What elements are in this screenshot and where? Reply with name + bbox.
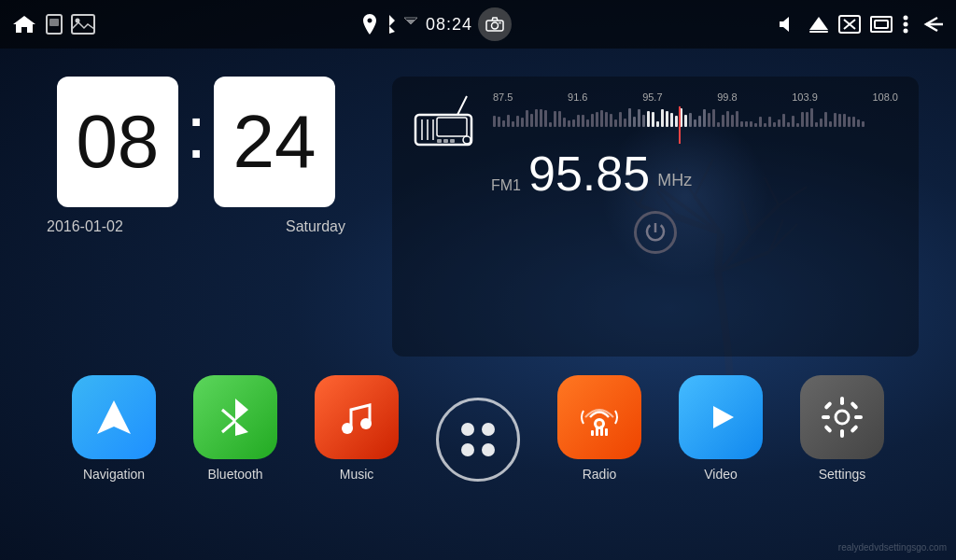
radio-tuner: 87.5 91.6 95.7 99.8 103.9 108.0 FM1 95.8… [491,91,900,198]
svg-rect-34 [600,426,603,436]
radio-widget: 87.5 91.6 95.7 99.8 103.9 108.0 FM1 95.8… [392,77,919,357]
svg-rect-11 [875,21,888,28]
svg-rect-2 [72,15,94,34]
network-icon[interactable] [401,15,420,34]
freq-lines [491,106,900,127]
freq-needle [679,106,681,144]
svg-line-21 [457,96,467,115]
svg-rect-32 [591,430,594,436]
svg-rect-43 [850,401,858,410]
svg-rect-40 [822,415,830,419]
freq-scale: 87.5 91.6 95.7 99.8 103.9 108.0 [491,91,900,103]
hours-block: 08 [57,77,178,207]
fm-band-label: FM1 [491,177,521,194]
svg-point-28 [342,423,353,434]
radio-label: Radio [583,467,617,482]
menu-icon[interactable] [902,14,909,35]
svg-line-26 [222,410,235,421]
scale-108: 108.0 [872,91,898,103]
svg-point-13 [903,22,907,27]
svg-marker-7 [809,17,828,30]
settings-label: Settings [819,467,866,482]
eject-icon[interactable] [808,14,829,35]
svg-point-14 [903,29,907,34]
location-icon[interactable] [362,14,377,35]
app-grid: Navigation Bluetooth Music [0,366,956,500]
dot-2 [482,423,495,436]
svg-rect-33 [596,427,598,436]
scale-87: 87.5 [493,91,513,103]
svg-point-12 [903,16,907,21]
bluetooth-status-icon[interactable] [383,14,396,35]
svg-point-5 [492,22,499,29]
svg-rect-23 [443,139,448,143]
scale-95: 95.7 [642,91,662,103]
clock-date: 2016-01-02 Saturday [37,218,355,235]
app-item-music[interactable]: Music [310,375,403,482]
minutes-display: 24 [233,99,316,185]
freq-unit: MHz [657,171,692,190]
video-icon[interactable] [679,375,763,459]
back-icon[interactable] [919,14,945,35]
status-right [779,14,945,35]
dot-4 [482,443,495,456]
svg-point-37 [836,411,849,424]
radio-freq-display: FM1 95.85 MHz [491,149,900,198]
svg-rect-44 [823,425,832,433]
svg-rect-39 [840,429,844,438]
svg-rect-1 [49,19,59,26]
app-item-more[interactable] [431,398,525,482]
main-content: 08 : 24 2016-01-02 Saturday [0,49,956,366]
music-icon[interactable] [315,375,399,459]
freq-bar-container [491,106,900,144]
colon: : [186,90,206,175]
svg-rect-35 [605,428,608,436]
app-item-bluetooth[interactable]: Bluetooth [189,375,282,482]
bluetooth-icon[interactable] [193,375,277,459]
more-icon[interactable] [436,398,520,482]
svg-line-27 [222,421,235,432]
navigation-label: Navigation [83,467,145,482]
video-label: Video [704,467,738,482]
radio-icon-area [411,91,476,147]
power-button[interactable] [634,211,677,254]
svg-marker-36 [713,406,734,428]
svg-rect-24 [450,139,455,143]
settings-icon[interactable] [800,375,884,459]
navigation-icon[interactable] [72,375,156,459]
freq-number: 95.85 [528,149,650,198]
radio-app-icon[interactable] [557,375,641,459]
window-icon[interactable] [870,16,893,33]
bluetooth-label: Bluetooth [207,467,262,482]
radio-device-icon [411,91,476,147]
svg-rect-41 [854,415,863,419]
svg-rect-8 [809,31,828,33]
app-item-settings[interactable]: Settings [795,375,889,482]
dots-grid [461,423,495,456]
gallery-icon[interactable] [71,14,95,35]
minutes-block: 24 [214,77,335,207]
svg-rect-22 [437,139,442,143]
status-bar: 08:24 [0,0,956,49]
app-item-navigation[interactable]: Navigation [67,375,161,482]
app-item-video[interactable]: Video [674,375,767,482]
camera-button[interactable] [478,7,512,41]
scale-103: 103.9 [792,91,818,103]
dot-1 [461,423,474,436]
close-icon[interactable] [838,15,861,34]
clock-digits: 08 : 24 [57,77,335,207]
dot-3 [461,443,474,456]
sim-icon[interactable] [45,13,63,35]
music-label: Music [340,467,374,482]
app-item-radio[interactable]: Radio [553,375,646,482]
scale-91: 91.6 [568,91,587,103]
svg-rect-42 [823,401,832,410]
clock-widget: 08 : 24 2016-01-02 Saturday [37,77,355,357]
volume-icon[interactable] [779,15,799,34]
svg-rect-6 [499,22,501,24]
power-button-area [411,211,900,254]
home-icon[interactable] [11,13,37,35]
day-display: Saturday [286,218,345,235]
svg-point-29 [360,418,372,429]
radio-top: 87.5 91.6 95.7 99.8 103.9 108.0 FM1 95.8… [411,91,900,198]
